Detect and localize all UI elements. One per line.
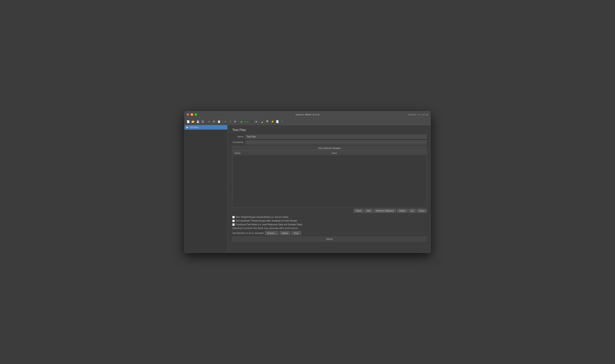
warning-icon: ⚠ xyxy=(417,113,419,116)
browse-button[interactable]: Browse... xyxy=(265,231,278,235)
page-title: Test Plan xyxy=(232,128,427,132)
main-layout: 🏔 Test Plan ⋮ Test Plan Name: Comments: … xyxy=(185,125,430,253)
run-icon[interactable]: ▶ xyxy=(240,119,244,124)
stop-icon[interactable]: ⬛ xyxy=(249,119,254,124)
test-plan-icon: 🏔 xyxy=(186,126,188,129)
content-area: Test Plan Name: Comments: User Defined V… xyxy=(228,125,430,253)
globe-icon: ⊕ xyxy=(426,113,428,116)
run-no-pause-icon[interactable]: ▷+ xyxy=(244,119,249,124)
down-button[interactable]: Down xyxy=(417,209,427,213)
detail-button[interactable]: Detail xyxy=(354,209,364,213)
toolbar-sep-3 xyxy=(238,120,239,123)
classpath-delete-button[interactable]: Delete xyxy=(280,231,290,235)
add-from-clipboard-button[interactable]: Add from Clipboard xyxy=(374,209,396,213)
toggle-icon[interactable]: ⚙ xyxy=(233,119,237,124)
toolbar-sep-2 xyxy=(222,120,222,123)
toolbar: 📄 📂 💾 🖫 ✂ ⧉ 📋 + − ⚙ ▶ ▷+ ⬛ ⏹ 🧹 🔍 ⚡ 📑 ? xyxy=(185,118,430,125)
run-teardown-checkbox[interactable] xyxy=(232,220,235,222)
warning-text: Selecting Functional Test Mode may adver… xyxy=(232,227,427,230)
sidebar-item-test-plan[interactable]: 🏔 Test Plan xyxy=(185,125,227,130)
template-icon[interactable]: 📑 xyxy=(275,119,279,124)
up-button[interactable]: Up xyxy=(408,209,416,213)
add-icon[interactable]: + xyxy=(223,119,227,124)
new-file-icon[interactable]: 📄 xyxy=(186,119,190,124)
vars-table-header: Name: Value xyxy=(232,151,427,155)
checkbox-row-3: Functional Test Mode (i.e. save Response… xyxy=(232,223,427,226)
save-as-icon[interactable]: 🖫 xyxy=(201,119,205,124)
minimize-button[interactable] xyxy=(191,113,193,116)
copy-icon[interactable]: ⧉ xyxy=(212,119,216,124)
title-bar-right: 00:00:00 ⚠ 0 0/0 ⊕ xyxy=(408,113,428,116)
checkbox-row-2: Run tearDown Thread Groups after shutdow… xyxy=(232,220,427,222)
variables-section-header: User Defined Variables xyxy=(232,146,427,151)
value-column-header: Value xyxy=(330,151,427,155)
sidebar-item-label: Test Plan xyxy=(189,126,199,129)
save-icon[interactable]: 💾 xyxy=(196,119,200,124)
open-icon[interactable]: 📂 xyxy=(191,119,195,124)
warning-count: 0 xyxy=(420,114,421,116)
comments-input[interactable] xyxy=(245,140,427,144)
classpath-label: Add directory or jar to classpath xyxy=(232,232,264,234)
clear-icon[interactable]: 🧹 xyxy=(261,119,265,124)
name-column-header: Name: xyxy=(232,151,330,155)
run-thread-groups-label: Run Thread Groups consecutively (i.e. on… xyxy=(236,216,288,218)
function-helper-icon[interactable]: ⚡ xyxy=(270,119,274,124)
title-bar: Apache JMeter (5.6.3) 00:00:00 ⚠ 0 0/0 ⊕ xyxy=(185,111,430,118)
maximize-button[interactable] xyxy=(195,113,197,116)
library-section-header: Library xyxy=(232,237,427,242)
name-input[interactable] xyxy=(245,135,427,139)
run-teardown-label: Run tearDown Thread Groups after shutdow… xyxy=(236,220,297,222)
remove-icon[interactable]: − xyxy=(228,119,232,124)
clear-button[interactable]: Clear xyxy=(291,231,301,235)
add-button[interactable]: Add xyxy=(364,209,373,213)
toolbar-sep-4 xyxy=(259,120,260,123)
timer-display: 00:00:00 xyxy=(408,114,416,116)
functional-mode-label: Functional Test Mode (i.e. save Response… xyxy=(236,223,302,226)
close-button[interactable] xyxy=(187,113,189,116)
comments-label: Comments: xyxy=(232,141,245,143)
checkbox-row-1: Run Thread Groups consecutively (i.e. on… xyxy=(232,216,427,218)
shutdown-icon[interactable]: ⏹ xyxy=(254,119,258,124)
comments-row: Comments: xyxy=(232,140,427,144)
search-icon[interactable]: 🔍 xyxy=(266,119,270,124)
table-actions: Detail Add Add from Clipboard Delete Up … xyxy=(232,208,427,214)
functional-mode-checkbox[interactable] xyxy=(232,223,235,226)
classpath-row: Add directory or jar to classpath Browse… xyxy=(232,231,427,235)
cut-icon[interactable]: ✂ xyxy=(207,119,211,124)
paste-icon[interactable]: 📋 xyxy=(217,119,221,124)
name-row: Name: xyxy=(232,135,427,139)
help-icon[interactable]: ? xyxy=(280,119,284,124)
run-thread-groups-checkbox[interactable] xyxy=(232,216,235,218)
app-window: Apache JMeter (5.6.3) 00:00:00 ⚠ 0 0/0 ⊕… xyxy=(184,111,431,253)
run-counter: 0/0 xyxy=(422,114,425,116)
sidebar: 🏔 Test Plan xyxy=(185,125,227,253)
name-label: Name: xyxy=(232,135,245,138)
window-title: Apache JMeter (5.6.3) xyxy=(295,113,320,116)
variables-table-body[interactable] xyxy=(232,155,427,208)
delete-button[interactable]: Delete xyxy=(397,209,408,213)
traffic-lights xyxy=(187,113,197,116)
